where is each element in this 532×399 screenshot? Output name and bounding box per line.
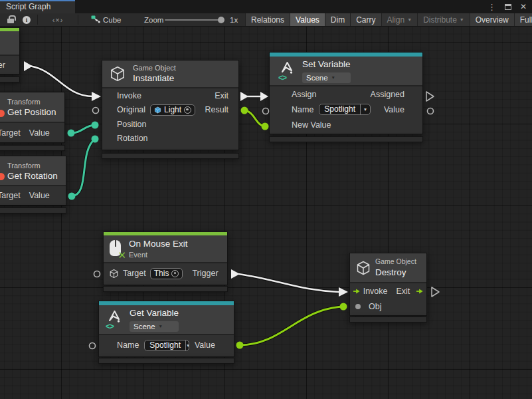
maximize-icon[interactable] bbox=[505, 4, 511, 10]
newvalue-port-dot[interactable] bbox=[262, 123, 269, 130]
graph-breadcrumb-icon bbox=[90, 13, 101, 26]
tab-title: Script Graph bbox=[6, 2, 50, 11]
transform-icon bbox=[0, 110, 5, 117]
original-result-row: Original Light Result bbox=[102, 103, 238, 118]
assign-row: Assign Assigned bbox=[270, 86, 422, 102]
node-subtitle: Event bbox=[129, 250, 188, 259]
exit-port-triangle[interactable] bbox=[240, 92, 248, 101]
zoom-slider-handle[interactable] bbox=[218, 17, 224, 23]
graph-canvas[interactable]: Trigger Transform Get Position Target Va… bbox=[0, 27, 532, 399]
trigger-row: Trigger bbox=[0, 56, 19, 74]
value-port-dot[interactable] bbox=[68, 193, 76, 200]
node-get-variable[interactable]: <> Get Variable Scene ▼ Name Spotlight ▼… bbox=[98, 301, 234, 357]
node-title: Set Variable bbox=[302, 59, 351, 70]
node-cut-event[interactable]: Trigger bbox=[0, 27, 20, 74]
dim-button[interactable]: Dim bbox=[325, 13, 350, 26]
wire-rotation[interactable] bbox=[72, 139, 95, 196]
target-value: This bbox=[154, 269, 169, 278]
wire-position[interactable] bbox=[71, 125, 95, 133]
variable-name-dropdown[interactable]: Spotlight ▼ bbox=[144, 340, 189, 351]
node-footer bbox=[0, 145, 65, 151]
wire-result-to-newvalue[interactable] bbox=[244, 110, 265, 126]
node-footer bbox=[103, 286, 228, 292]
node-get-rotation[interactable]: Transform Get Rotation Target Value bbox=[0, 156, 66, 205]
node-on-mouse-exit[interactable]: ✕ On Mouse Exit Event Target This Trigge… bbox=[103, 231, 228, 285]
exit-label: Exit bbox=[397, 287, 410, 296]
fullscreen-button[interactable]: Full Screen bbox=[514, 13, 532, 26]
name-row: Name Spotlight ▼ Value bbox=[270, 102, 422, 117]
caret-down-icon[interactable]: ▼ bbox=[360, 104, 370, 114]
flow-source-triangle[interactable] bbox=[24, 61, 33, 71]
obj-port-dot[interactable] bbox=[340, 303, 347, 311]
caret-down-icon[interactable]: ▼ bbox=[185, 340, 189, 350]
wire-shadow bbox=[72, 139, 95, 196]
graph-breadcrumb[interactable]: Cube bbox=[103, 13, 122, 26]
zoom-label: Zoom bbox=[144, 13, 163, 26]
relations-button[interactable]: Relations bbox=[245, 13, 290, 26]
info-button[interactable]: i bbox=[20, 13, 33, 26]
exit-output-port[interactable] bbox=[432, 287, 439, 297]
node-title: Get Rotation bbox=[7, 170, 66, 182]
variable-scope-dropdown[interactable]: Scene ▼ bbox=[130, 321, 179, 332]
value-output-port[interactable] bbox=[428, 108, 434, 114]
overview-button[interactable]: Overview bbox=[470, 13, 514, 26]
name-label: Name bbox=[117, 340, 139, 350]
zoom-slider[interactable] bbox=[165, 19, 223, 21]
value-port-dot[interactable] bbox=[68, 130, 75, 137]
original-input-port[interactable] bbox=[93, 108, 99, 114]
new-value-row: New Value bbox=[270, 117, 422, 132]
name-input-port[interactable] bbox=[263, 108, 269, 114]
node-set-variable[interactable]: <> Set Variable Scene ▼ Assign Assigned … bbox=[269, 52, 423, 134]
wire-trigger-to-destroy[interactable] bbox=[238, 274, 339, 292]
node-title: Get Variable bbox=[130, 307, 179, 319]
wire-shadow bbox=[238, 274, 339, 292]
original-object-field[interactable]: Light bbox=[150, 104, 195, 116]
kebab-menu-icon[interactable]: ⋮ bbox=[488, 3, 496, 11]
graph-toolbar: i ‹×› Cube Zoom 1x Rela bbox=[0, 13, 532, 27]
object-picker-icon[interactable] bbox=[171, 270, 179, 277]
variable-name-value: Spotlight bbox=[145, 340, 185, 350]
target-input-port[interactable] bbox=[94, 271, 100, 277]
node-footer bbox=[349, 317, 427, 323]
node-get-position[interactable]: Transform Get Position Target Value bbox=[0, 92, 65, 143]
node-instantiate[interactable]: Game Object Instantiate Invoke Exit Orig… bbox=[102, 60, 239, 150]
node-header bbox=[0, 31, 19, 56]
node-destroy[interactable]: Game Object Destroy Invoke Exit Obj bbox=[349, 253, 427, 316]
trigger-port-triangle[interactable] bbox=[231, 269, 240, 279]
position-port-dot[interactable] bbox=[92, 122, 99, 129]
node-header: Game Object Destroy bbox=[350, 253, 426, 283]
name-label: Name bbox=[292, 105, 313, 114]
variable-brackets-icon: <> bbox=[278, 74, 286, 82]
target-trigger-row: Target This Trigger bbox=[104, 263, 227, 283]
node-category: Game Object bbox=[375, 257, 416, 267]
object-picker-icon[interactable] bbox=[184, 106, 191, 114]
position-row: Position bbox=[102, 117, 238, 132]
invoke-label: Invoke bbox=[363, 287, 388, 296]
tab-script-graph[interactable]: Script Graph bbox=[0, 0, 75, 13]
distribute-dropdown[interactable]: Distribute ▼ bbox=[417, 13, 470, 26]
carry-button[interactable]: Carry bbox=[350, 13, 381, 26]
target-object-field[interactable]: This bbox=[150, 268, 183, 279]
assigned-output-port[interactable] bbox=[426, 92, 434, 101]
node-title: Instantiate bbox=[133, 72, 176, 84]
toolbar-toggle-group: Relations Values Dim Carry Align ▼ Distr… bbox=[245, 13, 532, 26]
transform-icon bbox=[0, 173, 5, 180]
wire-shadow bbox=[240, 307, 343, 345]
lock-button[interactable] bbox=[4, 13, 17, 26]
node-category: Transform bbox=[7, 97, 64, 106]
variable-name-dropdown[interactable]: Spotlight ▼ bbox=[319, 104, 371, 115]
value-port-dot[interactable] bbox=[236, 342, 244, 349]
result-port-dot[interactable] bbox=[241, 107, 248, 114]
close-icon[interactable]: ✕ bbox=[520, 3, 527, 11]
target-label: Target bbox=[0, 128, 21, 138]
values-button[interactable]: Values bbox=[290, 13, 325, 26]
align-dropdown[interactable]: Align ▼ bbox=[381, 13, 418, 26]
variable-icon: <> bbox=[278, 61, 297, 82]
name-input-port[interactable] bbox=[90, 343, 96, 349]
rotation-port-dot[interactable] bbox=[92, 136, 99, 143]
caret-down-icon: ▼ bbox=[407, 17, 412, 22]
code-preview-button[interactable]: ‹×› bbox=[44, 13, 72, 26]
wire-value-to-obj[interactable] bbox=[240, 307, 343, 345]
variable-scope-dropdown[interactable]: Scene ▼ bbox=[302, 72, 351, 83]
lock-icon bbox=[7, 19, 14, 23]
